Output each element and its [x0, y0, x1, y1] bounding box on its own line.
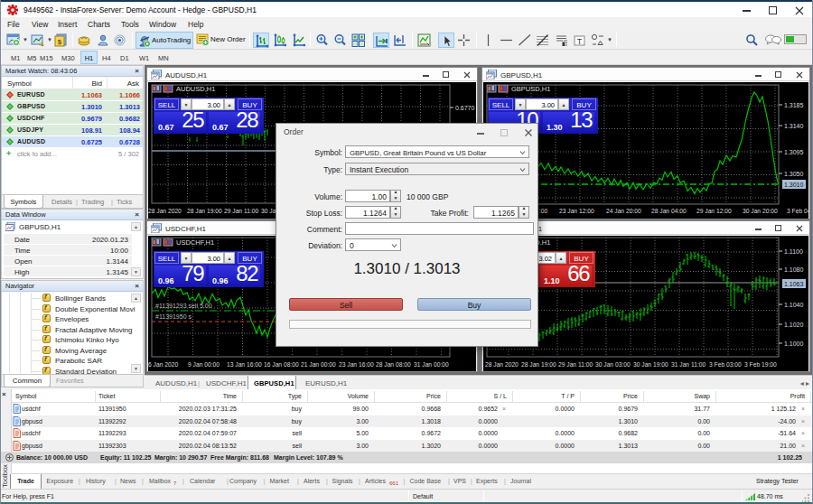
svg-text:1.1020: 1.1020 — [784, 322, 804, 328]
svg-text:28 Jan 2020: 28 Jan 2020 — [485, 361, 519, 368]
svg-text:6 Jan 2020: 6 Jan 2020 — [148, 361, 178, 368]
svg-text:3 Feb 19:00: 3 Feb 19:00 — [744, 361, 777, 368]
svg-text:1.1000: 1.1000 — [784, 341, 804, 347]
svg-text:1.3050: 1.3050 — [784, 171, 804, 177]
svg-text:21 Jan 00:00: 21 Jan 00:00 — [301, 361, 336, 368]
svg-text:28 Jan 19:00: 28 Jan 19:00 — [521, 361, 556, 368]
svg-text:1.3010: 1.3010 — [784, 182, 804, 188]
svg-text:T: T — [577, 37, 583, 46]
svg-text:30 Jan 19:00: 30 Jan 19:00 — [633, 361, 668, 368]
svg-text:29 Jan 11:00: 29 Jan 11:00 — [558, 361, 593, 368]
svg-text:29 Jan 12:00: 29 Jan 12:00 — [696, 208, 732, 214]
svg-text:#11391293 sell 5.00: #11391293 sell 5.00 — [155, 303, 212, 309]
svg-text:31 Jan 00:00: 31 Jan 00:00 — [414, 361, 449, 368]
svg-text:1.1100: 1.1100 — [784, 248, 803, 255]
svg-text:24 Jan 20:00: 24 Jan 20:00 — [606, 208, 641, 214]
svg-text:1.3095: 1.3095 — [784, 149, 804, 155]
svg-text:#11391950 s: #11391950 s — [155, 313, 192, 320]
svg-text:$: $ — [58, 38, 62, 46]
svg-text:28 Jan 19:00: 28 Jan 19:00 — [187, 208, 222, 214]
svg-text:9 Jan 00:00: 9 Jan 00:00 — [188, 361, 220, 368]
svg-text::00: :00 — [539, 208, 548, 214]
svg-text:1.3140: 1.3140 — [784, 123, 804, 129]
svg-text:1.1063: 1.1063 — [784, 281, 804, 287]
svg-text:23 Jan 16:00: 23 Jan 16:00 — [339, 361, 374, 368]
svg-text:31 Jan 11:00: 31 Jan 11:00 — [671, 361, 706, 368]
svg-text:28 Jan 04:00: 28 Jan 04:00 — [651, 208, 687, 214]
svg-text:28 Jan 2020: 28 Jan 2020 — [148, 208, 182, 214]
svg-text:13 Jan 16:00: 13 Jan 16:00 — [227, 361, 262, 368]
svg-text:1.3185: 1.3185 — [784, 102, 804, 108]
svg-text:1.1080: 1.1080 — [784, 266, 804, 273]
svg-text:16 Jan 08:00: 16 Jan 08:00 — [264, 361, 299, 368]
svg-text:0.6770: 0.6770 — [455, 105, 475, 111]
svg-text:29 Jan 11:00: 29 Jan 11:00 — [224, 208, 258, 214]
svg-text:30 Jan 20:00: 30 Jan 20:00 — [743, 208, 778, 214]
svg-text:3 Feb 04:00: 3 Feb 04:00 — [787, 208, 808, 214]
svg-text:28 Jan 08:00: 28 Jan 08:00 — [376, 361, 411, 368]
svg-text:3 Feb 03:00: 3 Feb 03:00 — [709, 361, 742, 368]
svg-text:30 Jan 03:00: 30 Jan 03:00 — [595, 361, 631, 368]
svg-text:1.1040: 1.1040 — [784, 302, 804, 308]
svg-text:23 Jan 12:00: 23 Jan 12:00 — [559, 208, 594, 214]
